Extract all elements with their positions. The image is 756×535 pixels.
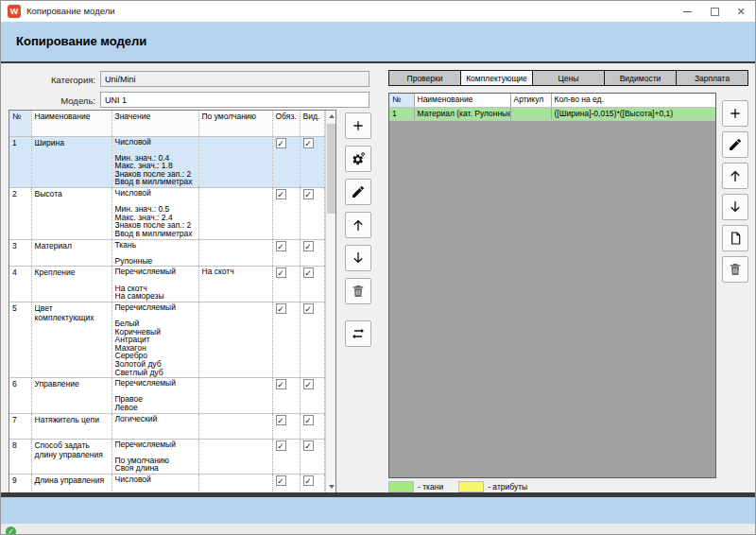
plus-icon: [728, 106, 743, 121]
visible-checkbox[interactable]: ✓: [303, 415, 314, 425]
move-parameter-up-button[interactable]: [345, 212, 371, 238]
parameter-row[interactable]: 2ВысотаЧисловой Мин. знач.: 0.5 Макс. зн…: [9, 188, 324, 240]
delete-parameter-button[interactable]: [345, 278, 371, 304]
add-parameter-button[interactable]: [345, 112, 371, 139]
move-component-down-button[interactable]: [722, 194, 748, 220]
column-header: Вид.: [300, 111, 324, 136]
parameter-row[interactable]: 7Натяжитель цепиЛогический✓✓: [9, 413, 324, 439]
column-header: №: [9, 111, 31, 136]
page-icon: [728, 231, 743, 246]
delete-component-button[interactable]: [722, 256, 748, 283]
header-separator: [1, 61, 756, 63]
column-header: №: [389, 94, 414, 107]
model-label: Модель:: [1, 95, 95, 106]
category-label: Категория:: [1, 75, 95, 85]
edit-parameter-button[interactable]: [345, 179, 371, 205]
swap-icon: [351, 326, 366, 341]
move-parameter-down-button[interactable]: [345, 245, 371, 271]
category-input: [100, 71, 369, 87]
column-header: Обяз.: [272, 111, 300, 136]
footer-bar: Сохранить: [1, 497, 756, 524]
parameters-table: №НаименованиеЗначениеПо умолчаниюОбяз.Ви…: [9, 110, 336, 493]
visible-checkbox[interactable]: ✓: [303, 440, 314, 451]
maximize-button[interactable]: [701, 1, 728, 22]
column-header: Артикул: [510, 94, 551, 107]
trash-icon: [728, 262, 743, 277]
visible-checkbox[interactable]: ✓: [303, 241, 314, 251]
pencil-icon: [351, 184, 366, 199]
parameter-row[interactable]: 3МатериалТкань Рулонные✓✓: [9, 239, 324, 267]
required-checkbox[interactable]: ✓: [276, 303, 286, 314]
required-checkbox[interactable]: ✓: [276, 138, 286, 148]
arrow-down-icon: [728, 199, 743, 215]
add-component-button[interactable]: [722, 100, 748, 127]
parameters-table-header: №НаименованиеЗначениеПо умолчаниюОбяз.Ви…: [9, 111, 324, 136]
required-checkbox[interactable]: ✓: [276, 415, 286, 425]
legend-label: - атрибуты: [488, 482, 527, 492]
required-checkbox[interactable]: ✓: [276, 379, 286, 389]
scroll-down-icon[interactable]: [326, 481, 337, 492]
component-row[interactable]: 1Материал (кат. Рулонные)([Ширина]-0,015…: [389, 107, 715, 120]
arrow-up-icon: [351, 217, 366, 233]
parameter-row[interactable]: 5Цвет комплектующихПеречисляемый Белый К…: [9, 302, 324, 377]
required-checkbox[interactable]: ✓: [276, 440, 286, 451]
move-component-up-button[interactable]: [722, 163, 748, 189]
components-table-header: №НаименованиеАртикулКол-во на ед.: [389, 94, 715, 107]
tab-Цены[interactable]: Цены: [532, 70, 605, 86]
column-header: Наименование: [414, 94, 510, 107]
arrow-down-icon: [351, 250, 366, 266]
parameter-row[interactable]: 9Длина управленияЧисловой Знаков после з…: [9, 474, 324, 493]
edit-component-button[interactable]: [722, 131, 748, 158]
legend-swatch: [388, 481, 414, 492]
trash-icon: [351, 284, 366, 299]
components-table: №НаименованиеАртикулКол-во на ед. 1Матер…: [388, 93, 716, 478]
visible-checkbox[interactable]: ✓: [303, 379, 314, 389]
app-window: W Копирование модели ✕ Копирование модел…: [0, 0, 756, 535]
visible-checkbox[interactable]: ✓: [303, 303, 314, 314]
column-header: Кол-во на ед.: [551, 94, 715, 107]
scroll-up-icon[interactable]: [326, 111, 337, 122]
column-header: Наименование: [31, 111, 112, 136]
visible-checkbox[interactable]: ✓: [303, 475, 314, 486]
parameter-row[interactable]: 1ШиринаЧисловой Мин. знач.: 0.4 Макс. зн…: [9, 136, 324, 188]
tab-Видимости[interactable]: Видимости: [604, 70, 677, 86]
scrollbar-thumb[interactable]: [327, 124, 336, 214]
right-panel-tabs: ПроверкиКомплектующиеЦеныВидимостиЗарпла…: [388, 70, 748, 86]
visible-checkbox[interactable]: ✓: [303, 268, 314, 278]
legend-swatch: [458, 481, 484, 492]
legend: - ткани- атрибуты: [388, 480, 542, 493]
required-checkbox[interactable]: ✓: [276, 189, 286, 199]
status-ok-icon: ✓: [6, 526, 16, 535]
plus-icon: [351, 118, 366, 133]
title-bar: W Копирование модели ✕: [1, 1, 756, 22]
model-input[interactable]: [100, 92, 369, 108]
tab-Комплектующие[interactable]: Комплектующие: [460, 70, 533, 86]
required-checkbox[interactable]: ✓: [276, 268, 286, 278]
left-table-scrollbar[interactable]: [325, 111, 336, 492]
page-title: Копирование модели: [16, 34, 146, 48]
app-icon: W: [8, 5, 21, 18]
parameter-row[interactable]: 8Способ задать длину управленияПеречисля…: [9, 439, 324, 474]
arrow-up-icon: [728, 168, 743, 183]
close-button[interactable]: ✕: [728, 1, 754, 22]
parameter-row[interactable]: 4КреплениеПеречисляемый На скотч На само…: [9, 267, 324, 302]
required-checkbox[interactable]: ✓: [276, 475, 286, 486]
column-header: По умолчанию: [198, 111, 272, 136]
column-header: Значение: [112, 111, 198, 136]
configure-parameter-button[interactable]: [345, 146, 371, 172]
status-bar: [1, 524, 756, 535]
window-title: Копирование модели: [26, 6, 115, 16]
required-checkbox[interactable]: ✓: [276, 241, 286, 251]
swap-parameters-button[interactable]: [345, 320, 371, 347]
legend-label: - ткани: [418, 482, 443, 492]
page-header: Копирование модели: [1, 22, 756, 61]
tab-Зарплата[interactable]: Зарплата: [676, 70, 748, 86]
visible-checkbox[interactable]: ✓: [303, 189, 314, 199]
tab-Проверки[interactable]: Проверки: [388, 70, 461, 86]
copy-component-button[interactable]: [722, 225, 748, 251]
pencil-icon: [728, 137, 743, 152]
parameter-row[interactable]: 6УправлениеПеречисляемый Правое Левое✓✓: [9, 378, 324, 413]
gears-icon: [351, 151, 366, 166]
minimize-button[interactable]: [674, 1, 700, 22]
visible-checkbox[interactable]: ✓: [303, 138, 314, 148]
